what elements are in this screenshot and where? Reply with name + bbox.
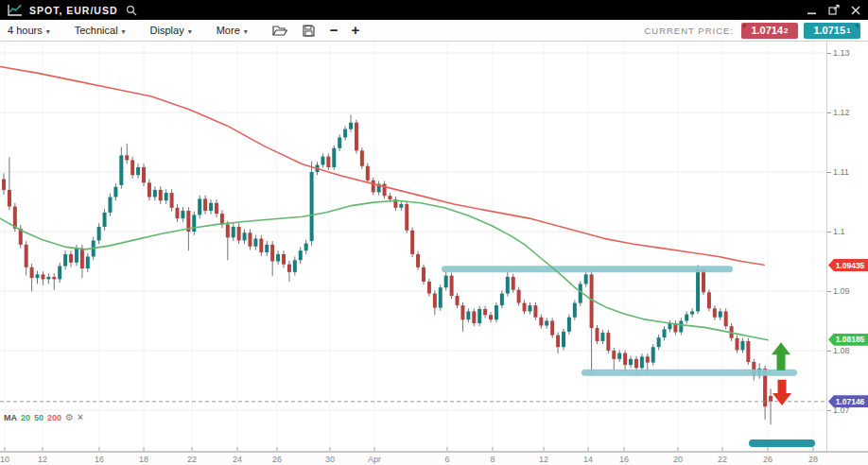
candle-down: [416, 254, 420, 267]
candle-up: [136, 167, 140, 175]
ma200-price-tag: 1.09435: [828, 259, 868, 271]
candle-up: [584, 274, 588, 284]
candle-up: [663, 329, 667, 337]
chart-plot: [0, 42, 826, 451]
ma50-legend-value: 50: [34, 413, 43, 422]
candle-up: [399, 204, 403, 208]
candle-down: [450, 276, 454, 296]
candle-down: [215, 203, 218, 214]
candle-down: [2, 180, 6, 190]
popout-icon[interactable]: [828, 5, 840, 15]
price-tick: [827, 291, 831, 292]
candle-up: [573, 303, 577, 318]
candle-down: [512, 277, 515, 290]
ma200-legend-value: 200: [47, 413, 61, 422]
candle-down: [372, 181, 375, 193]
open-folder-button[interactable]: [272, 25, 287, 36]
ma-legend-label: MA: [4, 413, 17, 422]
window-titlebar: SPOT, EUR/USD: [0, 0, 868, 20]
candle-down: [259, 239, 263, 252]
candle-up: [103, 213, 107, 227]
candle-down: [366, 166, 370, 181]
candle-down: [326, 157, 330, 167]
candle-up: [740, 341, 744, 350]
candle-down: [80, 249, 84, 268]
chevron-down-icon: ▾: [122, 27, 126, 36]
candlestick-chart-canvas[interactable]: MA 20 50 200 ⚙ ×: [0, 42, 826, 451]
candle-up: [276, 254, 280, 262]
candle-up: [75, 249, 78, 263]
candle-down: [539, 318, 543, 326]
candle-down: [8, 190, 11, 207]
time-axis-label: 22: [710, 455, 735, 464]
candle-down: [148, 182, 151, 197]
candle-down: [646, 356, 650, 362]
candle-down: [52, 277, 56, 280]
zoom-in-button[interactable]: +: [352, 24, 360, 37]
candle-up: [506, 277, 510, 294]
candle-up: [719, 311, 722, 317]
price-axis-label: 1.08: [833, 346, 850, 355]
candle-down: [176, 208, 180, 218]
price-axis[interactable]: 1.131.121.111.11.091.081.071.094351.0818…: [826, 42, 868, 451]
more-dropdown[interactable]: More▾: [217, 25, 248, 36]
candle-up: [439, 287, 443, 307]
candle-down: [25, 245, 28, 267]
time-axis-label: 28: [801, 455, 825, 464]
candle-down: [237, 227, 241, 240]
time-axis[interactable]: 1012161822242630Apr6812141620222628: [0, 451, 868, 465]
technical-dropdown[interactable]: Technical▾: [75, 25, 126, 36]
candle-down: [606, 333, 610, 351]
candle-up: [338, 137, 341, 147]
display-dropdown[interactable]: Display▾: [150, 25, 192, 36]
time-axis-label: 16: [87, 455, 112, 464]
candle-up: [265, 245, 269, 252]
candle-down: [226, 224, 230, 237]
save-button[interactable]: [303, 25, 315, 37]
time-range-pill[interactable]: [749, 439, 815, 447]
sell-price-badge[interactable]: 1.07142: [741, 23, 798, 39]
candle-down: [596, 328, 599, 341]
candle-down: [30, 267, 34, 278]
chevron-down-icon: ▾: [244, 27, 248, 36]
candle-down: [489, 315, 493, 319]
ma200-line: [0, 67, 764, 266]
candle-up: [198, 198, 201, 215]
candle-down: [612, 351, 616, 359]
close-icon[interactable]: [851, 6, 860, 15]
candle-up: [58, 267, 61, 280]
candle-down: [159, 190, 163, 200]
zoom-out-button[interactable]: −: [330, 24, 339, 37]
candle-down: [736, 338, 739, 351]
timeframe-dropdown[interactable]: 4 hours▾: [8, 25, 50, 36]
candle-up: [685, 315, 688, 321]
candle-up: [500, 294, 504, 306]
candle-down: [713, 308, 717, 317]
candle-down: [460, 305, 464, 319]
candle-up: [444, 276, 448, 288]
folder-icon: [272, 25, 287, 36]
candle-down: [405, 204, 408, 231]
time-axis-label: 24: [225, 455, 250, 464]
candle-up: [310, 172, 314, 241]
buy-price-badge[interactable]: 1.07151: [804, 23, 860, 39]
time-axis-label: 20: [666, 455, 690, 464]
resistance-bar[interactable]: [442, 266, 733, 272]
search-icon[interactable]: [126, 5, 137, 16]
candle-down: [142, 167, 146, 182]
ma-settings-gear-icon[interactable]: ⚙: [65, 412, 74, 422]
candle-up: [466, 311, 470, 319]
ma-indicator-legend: MA 20 50 200 ⚙ ×: [4, 412, 83, 422]
minimize-icon[interactable]: [807, 6, 817, 15]
ma-remove-icon[interactable]: ×: [78, 412, 83, 422]
candle-up: [690, 311, 694, 314]
chevron-down-icon: ▾: [46, 27, 50, 36]
candle-down: [533, 305, 537, 318]
candle-down: [702, 269, 705, 292]
candle-up: [63, 254, 67, 267]
candle-down: [125, 155, 129, 160]
candle-up: [349, 123, 353, 129]
support-bar[interactable]: [582, 370, 797, 376]
bullish-up-arrow[interactable]: [772, 342, 790, 370]
time-axis-label: 16: [612, 455, 636, 464]
